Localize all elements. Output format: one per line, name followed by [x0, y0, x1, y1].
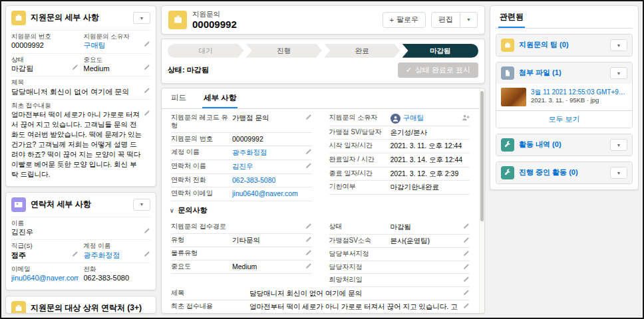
chevron-down-icon[interactable]: ▼ — [610, 139, 627, 151]
plus-icon: + — [390, 16, 394, 24]
chevron-down-icon[interactable]: ▼ — [610, 39, 627, 51]
mark-complete-button[interactable]: ✓상태 완료로 표시 — [398, 62, 478, 78]
field-value: 가맹점 문의 — [232, 114, 269, 123]
card-title[interactable]: 활동 내역 (0) — [519, 140, 605, 149]
card-title: 지원문의 세부 사항 — [31, 13, 128, 23]
open-activities-header: 진행 중인 활동 (0) ▼ — [496, 162, 632, 183]
edit-button[interactable]: 편집 — [431, 12, 460, 28]
field-value: 2021. 3. 12. 오후 2:39 — [391, 169, 459, 179]
path-stage-closed[interactable]: 마감됨 — [402, 44, 479, 58]
edit-icon[interactable] — [144, 110, 150, 116]
contact-account-link[interactable]: 광주화정점 — [84, 251, 120, 260]
path-stage-wait[interactable]: 대기 — [168, 44, 244, 58]
tab-details[interactable]: 세부 사항 — [202, 88, 238, 108]
edit-icon[interactable] — [463, 289, 470, 296]
path-stages: 대기 진행 완료 마감됨 — [168, 44, 478, 58]
edit-icon[interactable] — [305, 148, 312, 155]
follow-button[interactable]: +팔로우 — [383, 12, 426, 28]
card-title[interactable]: 첨부 파일 (1) — [519, 68, 605, 77]
field-value: 마감됨 — [391, 223, 412, 232]
right-column: 관련됨 지원문의 팀 (0) ▼ 첨부 파일 (1) ▼ — [490, 5, 639, 314]
field-value: 00009992 — [232, 135, 263, 144]
edit-icon[interactable] — [144, 227, 150, 234]
tab-feed[interactable]: 피드 — [170, 88, 188, 108]
case-priority-value: Medium — [84, 64, 110, 73]
case-owner-link[interactable]: 구매팀 — [84, 41, 106, 50]
edit-icon[interactable] — [463, 276, 470, 282]
edit-icon[interactable] — [72, 64, 79, 70]
field-value: Medium — [232, 263, 257, 272]
card-title: 지원문의 대상 상위 연락처 (3+) — [31, 304, 150, 313]
field-value: 2021. 3. 14. 오후 12:44 — [391, 156, 463, 165]
edit-icon[interactable] — [463, 250, 470, 257]
field-label: 최초 접수내용 — [11, 102, 150, 110]
case-icon — [11, 11, 26, 25]
left-column: 지원문의 세부 사항 ▼ 지원문의 번호 00009992 지원문의 소유자 구… — [5, 5, 156, 314]
field-label: 희망처리일 — [329, 276, 387, 284]
follow-label: 팔로우 — [397, 15, 418, 25]
inquiry-left-column: 지원문의 접수경로 유형기타문의 물류유형 중요도Medium — [171, 221, 312, 287]
field-label: 연락처 전화 — [171, 176, 228, 185]
edit-icon[interactable] — [463, 263, 470, 270]
change-owner-icon[interactable] — [462, 114, 470, 122]
chevron-down-icon[interactable]: ▼ — [610, 167, 627, 179]
card-title[interactable]: 지원문의 팀 (0) — [519, 41, 605, 49]
record-header-card: 지원문의 00009992 +팔로우 편집 ▼ — [161, 5, 485, 35]
edit-icon[interactable] — [144, 64, 150, 70]
case-icon — [168, 11, 187, 29]
field-value: 온기성/본사 — [391, 128, 427, 138]
field-label: 지원문의 번호 — [11, 33, 79, 41]
edit-icon[interactable] — [463, 302, 470, 309]
path-stage-progress[interactable]: 진행 — [246, 44, 323, 58]
field-label: 이메일 — [11, 265, 79, 273]
chevron-down-icon[interactable]: ▼ — [610, 67, 627, 79]
email-link[interactable]: jinu0640@naver.com — [232, 189, 298, 199]
chevron-down-icon: ∨ — [170, 207, 174, 214]
attachment-info: 3월 11 2021 12:55:03 GMT+9+0900.jpg 2021.… — [531, 88, 627, 106]
related-cases-card: 지원문의 대상 상위 연락처 (3+) 00009992 ▼ 상태:마감됨 열어… — [5, 296, 156, 314]
edit-icon[interactable] — [463, 223, 470, 229]
field-label: 연락처 이름 — [171, 162, 228, 171]
edit-icon[interactable] — [305, 263, 312, 269]
field-label: 지원문의 접수경로 — [171, 223, 228, 231]
edit-icon[interactable] — [463, 237, 470, 243]
chevron-down-icon[interactable]: ▼ — [133, 199, 150, 211]
account-link[interactable]: 광주화정점 — [232, 148, 267, 158]
entity-label: 지원문의 — [192, 10, 237, 19]
edit-icon[interactable] — [72, 251, 79, 257]
page-title: 00009992 — [192, 19, 237, 30]
edit-icon[interactable] — [305, 249, 312, 256]
edit-icon[interactable] — [305, 236, 312, 243]
card-title[interactable]: 진행 중인 활동 (0) — [519, 168, 605, 177]
phone-link[interactable]: 062-383-5080 — [232, 176, 275, 185]
attachment-thumbnail[interactable] — [501, 88, 526, 106]
record-detail-card: 피드 세부 사항 지원문의 레코드 유형가맹점 문의 지원문의 번호000099… — [161, 88, 485, 314]
more-actions-button[interactable]: ▼ — [460, 12, 478, 28]
edit-icon[interactable] — [144, 87, 150, 94]
edit-icon[interactable] — [305, 223, 312, 229]
field-label: 중요도 — [171, 263, 228, 271]
edit-icon[interactable] — [305, 162, 312, 169]
chevron-down-icon[interactable]: ▼ — [133, 12, 150, 24]
contact-phone-value: 062-383-5080 — [84, 273, 130, 282]
details-right-column: 지원문의 소유자구매팀 가맹점 SV/담당자온기성/본사 시작 일자/시간202… — [329, 112, 470, 201]
scrollbar[interactable] — [479, 88, 484, 313]
tab-related[interactable]: 관련됨 — [498, 6, 525, 28]
attachment-link[interactable]: 3월 11 2021 12:55:03 GMT+9+0900.jpg — [531, 88, 627, 96]
inquiry-section-header[interactable]: ∨문의사항 — [162, 201, 479, 218]
edit-icon[interactable] — [144, 251, 150, 257]
edit-icon[interactable] — [305, 114, 312, 120]
related-tabs: 관련됨 — [496, 6, 633, 29]
case-summary-header: 지원문의 세부 사항 ▼ — [6, 6, 156, 30]
details-left-column: 지원문의 레코드 유형가맹점 문의 지원문의 번호00009992 계정 이름광… — [171, 112, 312, 201]
owner-link[interactable]: 구매팀 — [403, 114, 424, 123]
contact-link[interactable]: 김진우 — [232, 162, 253, 171]
view-all-link[interactable]: 모두 보기 — [496, 110, 632, 128]
contact-email-link[interactable]: jinu0640@naver.com — [11, 273, 79, 282]
case-team-header: 지원문의 팀 (0) ▼ — [496, 35, 632, 56]
case-team-card: 지원문의 팀 (0) ▼ — [496, 34, 633, 56]
scrollbar-thumb[interactable] — [480, 91, 484, 221]
attachment-item: 3월 11 2021 12:55:03 GMT+9+0900.jpg 2021.… — [496, 84, 632, 110]
edit-icon[interactable] — [144, 41, 150, 47]
path-stage-complete[interactable]: 완료 — [324, 44, 401, 58]
